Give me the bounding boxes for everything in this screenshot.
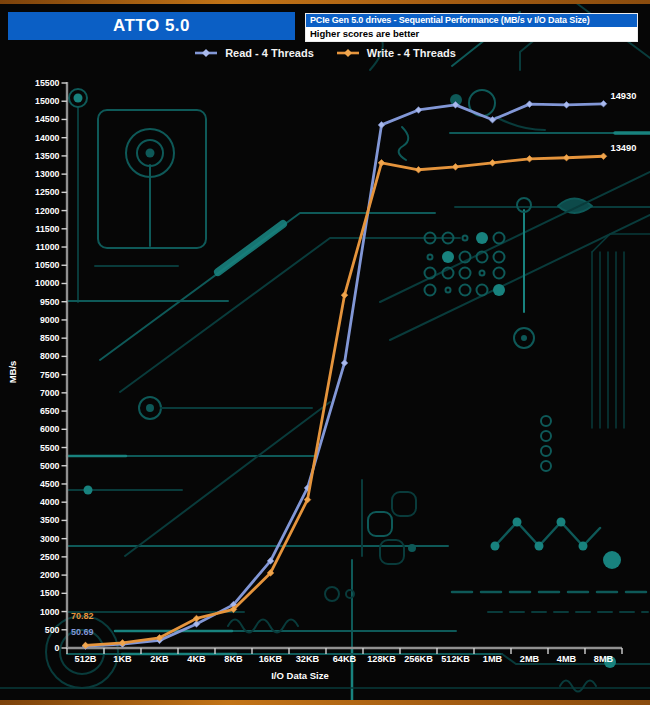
y-tick-label: 12000 bbox=[35, 206, 60, 216]
legend-label-write: Write - 4 Threads bbox=[367, 47, 456, 59]
y-tick-label: 7500 bbox=[40, 370, 60, 380]
write-data-point-marker bbox=[341, 292, 348, 299]
y-axis: 0500100015002000250030003500400045005000… bbox=[35, 78, 67, 653]
y-tick-label: 4500 bbox=[40, 479, 60, 489]
y-tick-label: 11000 bbox=[36, 242, 60, 252]
x-category-label: 16KB bbox=[259, 654, 283, 664]
write-data-point-marker bbox=[452, 164, 459, 171]
x-category-label: 512B bbox=[75, 654, 97, 664]
y-tick-label: 9000 bbox=[40, 315, 60, 325]
y-tick-label: 7000 bbox=[40, 388, 60, 398]
y-tick-label: 5000 bbox=[40, 461, 60, 471]
y-tick-label: 3000 bbox=[40, 534, 60, 544]
y-tick-label: 15000 bbox=[35, 96, 60, 106]
chart-tagline: Higher scores are better bbox=[306, 27, 637, 41]
y-tick-label: 2500 bbox=[40, 552, 60, 562]
y-tick-label: 12500 bbox=[35, 187, 60, 197]
y-tick-label: 14000 bbox=[35, 133, 60, 143]
y-tick-label: 6500 bbox=[40, 406, 60, 416]
x-axis-title: I/O Data Size bbox=[271, 670, 329, 681]
y-tick-label: 5500 bbox=[40, 443, 60, 453]
write-series-line bbox=[86, 156, 604, 645]
legend-label-read: Read - 4 Threads bbox=[225, 47, 314, 59]
bottom-border-bar bbox=[0, 700, 650, 705]
x-category-label: 8MB bbox=[594, 654, 614, 664]
chart-info-panel: PCIe Gen 5.0 drives - Sequential Perform… bbox=[305, 13, 638, 42]
y-tick-label: 10000 bbox=[35, 278, 60, 288]
write-data-point-marker bbox=[600, 153, 607, 160]
y-tick-label: 1500 bbox=[40, 588, 60, 598]
read-series-marker-icon bbox=[194, 48, 218, 58]
chart-title: PCIe Gen 5.0 drives - Sequential Perform… bbox=[306, 14, 637, 27]
y-tick-label: 3500 bbox=[40, 515, 60, 525]
x-category-label: 512KB bbox=[441, 654, 470, 664]
y-tick-label: 8500 bbox=[40, 333, 60, 343]
x-category-label: 1KB bbox=[113, 654, 132, 664]
x-category-label: 256KB bbox=[404, 654, 433, 664]
y-tick-label: 10500 bbox=[35, 260, 60, 270]
read-data-point-marker bbox=[341, 360, 348, 367]
x-category-label: 4MB bbox=[557, 654, 577, 664]
y-tick-label: 15500 bbox=[35, 78, 60, 88]
y-tick-label: 0 bbox=[55, 643, 60, 653]
write-data-point-marker bbox=[378, 160, 385, 167]
read-series-markers bbox=[82, 100, 607, 649]
y-tick-label: 2000 bbox=[40, 570, 60, 580]
x-category-label: 4KB bbox=[187, 654, 206, 664]
read-start-value-label: 50.69 bbox=[71, 627, 94, 637]
y-tick-label: 13500 bbox=[35, 151, 60, 161]
read-series-line bbox=[86, 104, 604, 646]
write-end-value-label: 13490 bbox=[611, 143, 637, 153]
x-axis: 512B1KB2KB4KB8KB16KB32KB64KB128KB256KB51… bbox=[67, 648, 622, 664]
top-border-bar bbox=[0, 0, 650, 4]
x-category-label: 1MB bbox=[483, 654, 503, 664]
app-title: ATTO 5.0 bbox=[113, 16, 190, 36]
y-axis-title: MB/s bbox=[7, 361, 18, 384]
x-category-label: 2KB bbox=[150, 654, 169, 664]
y-tick-label: 13000 bbox=[35, 169, 60, 179]
read-data-point-marker bbox=[563, 102, 570, 109]
write-data-point-marker bbox=[526, 156, 533, 163]
x-category-label: 32KB bbox=[296, 654, 320, 664]
y-tick-label: 4000 bbox=[40, 497, 60, 507]
x-category-label: 64KB bbox=[333, 654, 357, 664]
write-start-value-label: 70.82 bbox=[71, 611, 94, 621]
read-end-value-label: 14930 bbox=[611, 91, 637, 101]
write-series-markers bbox=[82, 153, 607, 649]
x-category-label: 2MB bbox=[520, 654, 540, 664]
read-data-point-marker bbox=[600, 100, 607, 107]
performance-line-chart: 0500100015002000250030003500400045005000… bbox=[0, 0, 650, 705]
y-tick-label: 8000 bbox=[40, 351, 60, 361]
y-tick-label: 1000 bbox=[40, 607, 60, 617]
x-category-label: 128KB bbox=[367, 654, 396, 664]
y-tick-label: 9500 bbox=[40, 297, 60, 307]
y-tick-label: 500 bbox=[45, 625, 60, 635]
y-tick-label: 14500 bbox=[35, 114, 60, 124]
chart-legend: Read - 4 Threads Write - 4 Threads bbox=[0, 45, 650, 61]
write-data-point-marker bbox=[489, 160, 496, 167]
x-category-label: 8KB bbox=[224, 654, 243, 664]
write-series-marker-icon bbox=[336, 48, 360, 58]
y-tick-label: 6000 bbox=[40, 424, 60, 434]
app-title-box: ATTO 5.0 bbox=[8, 12, 295, 40]
write-data-point-marker bbox=[563, 154, 570, 161]
y-tick-label: 11500 bbox=[36, 224, 60, 234]
write-data-point-marker bbox=[415, 166, 422, 173]
